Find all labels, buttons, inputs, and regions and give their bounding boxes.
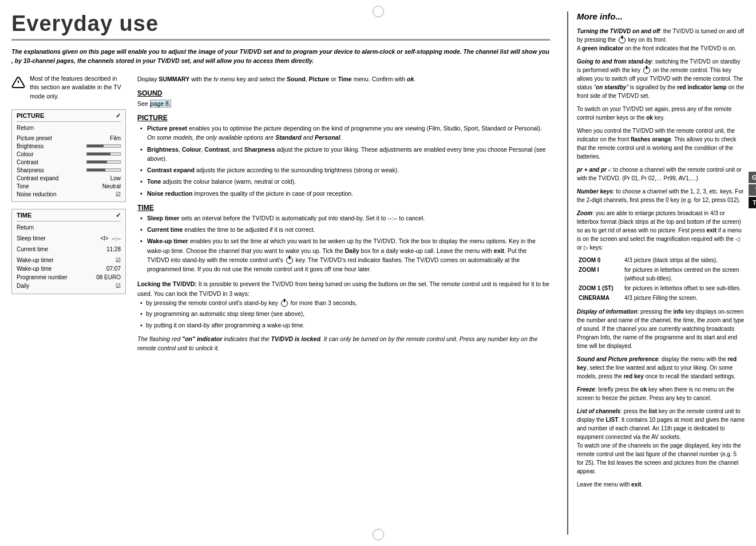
time-row-daily: Daily ☑ xyxy=(17,283,121,289)
contrast-slider xyxy=(86,160,121,164)
sharpness-slider xyxy=(86,168,121,172)
time-menu-box: TIME ✓ Return Sleep timer <l> --:-- xyxy=(11,209,126,294)
bullet-noise: Noise reduction improves the quality of … xyxy=(140,189,550,198)
time-bullets: Sleep timer sets an interval before the … xyxy=(137,213,550,274)
nav-badges: GB 7 TV xyxy=(749,172,756,208)
display-summary: Display SUMMARY with the tv menu key and… xyxy=(137,74,550,84)
picture-row-contrast-expand: Contrast expand Low xyxy=(17,175,121,181)
bullet-current-time: Current time enables the time to be adju… xyxy=(140,225,550,234)
picture-row-contrast: Contrast xyxy=(17,159,121,165)
warning-icon xyxy=(11,76,25,89)
time-row-return: Return xyxy=(17,224,121,231)
picture-row-noise: Noise reduction ☑ xyxy=(17,191,121,197)
locking-intro: Locking the TV/DVD: It is possible to pr… xyxy=(137,279,550,298)
brightness-slider xyxy=(86,144,121,148)
sidebar-indicator: When you control the TV/DVD with the rem… xyxy=(577,126,745,161)
bullet-picture-preset: Picture preset enables you to optimise t… xyxy=(140,124,550,143)
picture-row-sharpness: Sharpness xyxy=(17,167,121,173)
sidebar-sound-picture: Sound and Picture preference: display th… xyxy=(577,355,745,381)
picture-menu-box: PICTURE ✓ Return Picture preset Film xyxy=(11,109,126,202)
brightness-label: Brightness xyxy=(17,143,43,149)
sidebar-number-keys: Number keys: to choose a channel with th… xyxy=(577,187,745,204)
nav-badge-7: 7 xyxy=(749,184,756,196)
sidebar-pr-keys: pr + and pr -: to choose a channel with … xyxy=(577,165,745,183)
locking-section: Locking the TV/DVD: It is possible to pr… xyxy=(137,279,550,329)
left-column: Most of the features described in this s… xyxy=(11,74,126,353)
bullet-tone: Tone adjusts the colour balance (warm, n… xyxy=(140,177,550,186)
locking-bullets: by pressing the remote control unit's st… xyxy=(137,298,550,330)
sharpness-label: Sharpness xyxy=(17,167,44,173)
zoom-table: ZOOM 0 4/3 picture (black strips at the … xyxy=(577,255,745,303)
picture-box-title: PICTURE ✓ xyxy=(17,112,121,122)
sidebar-freeze: Freeze: briefly press the ok key when th… xyxy=(577,385,745,402)
time-heading: TIME xyxy=(137,204,550,212)
picture-bullets: Picture preset enables you to optimise t… xyxy=(137,124,550,198)
time-row-wakeup-time: Wake-up time 07:07 xyxy=(17,266,121,272)
sidebar-switch-on-again: To switch on your TV/DVD set again, pres… xyxy=(577,105,745,122)
sidebar-leave-menu: Leave the menu with exit. xyxy=(577,480,745,489)
picture-row-return: Return xyxy=(17,125,121,131)
sidebar-zoom: Zoom: you are able to enlarge pictures b… xyxy=(577,209,745,303)
picture-row-brightness: Brightness xyxy=(17,143,121,149)
picture-row-preset: Picture preset Film xyxy=(17,135,121,141)
page-ref[interactable]: page 8. xyxy=(150,100,171,108)
bullet-contrast-expand: Contrast expand adjusts the picture acco… xyxy=(140,165,550,175)
bullet-wakeup-timer: Wake-up timer enables you to set the tim… xyxy=(140,236,550,274)
sidebar-display-info: Display of information: pressing the inf… xyxy=(577,307,745,350)
time-row-sleep: Sleep timer <l> --:-- xyxy=(17,235,121,242)
time-box-title: TIME ✓ xyxy=(17,212,121,221)
flashing-indicator-text: The flashing red "on" indicator indicate… xyxy=(137,334,550,353)
intro-paragraph: The explanations given on this page will… xyxy=(11,48,550,66)
main-content: Everyday use The explanations given on t… xyxy=(11,11,556,535)
picture-heading: PICTURE xyxy=(137,114,550,122)
picture-row-tone: Tone Neutral xyxy=(17,183,121,189)
sound-text: See page 8. xyxy=(137,99,550,108)
right-sidebar: More info... Turning the TV/DVD on and o… xyxy=(567,11,745,535)
zoom-row-1: ZOOM I for pictures in letterbox centred… xyxy=(577,265,745,283)
bullet-sleep-timer: Sleep timer sets an interval before the … xyxy=(140,213,550,223)
sidebar-title: More info... xyxy=(577,11,745,21)
right-column: Display SUMMARY with the tv menu key and… xyxy=(137,74,550,353)
time-row-current: Current time 11:28 xyxy=(17,246,121,252)
sidebar-list-channels: List of channels: press the list key on … xyxy=(577,407,745,476)
sidebar-turning-on-off: Turning the TV/DVD on and off: the TV/DV… xyxy=(577,27,745,53)
time-row-programme: Programme number 08 EURO xyxy=(17,274,121,280)
locking-bullet-3: by putting it on stand-by after programm… xyxy=(146,321,550,330)
nav-badge-gb: GB xyxy=(749,172,756,183)
zoom-row-cinerama: CINERAMA 4/3 picture Filling the screen. xyxy=(577,293,745,303)
nav-badge-tv: TV xyxy=(749,197,756,208)
sound-heading: SOUND xyxy=(137,89,550,97)
colour-slider xyxy=(86,152,121,156)
picture-row-colour: Colour xyxy=(17,151,121,157)
zoom-row-1st: ZOOM 1 (ST) for pictures in letterbox of… xyxy=(577,283,745,293)
bullet-brightness: Brightness, Colour, Contrast, and Sharpn… xyxy=(140,145,550,164)
sidebar-inner: More info... Turning the TV/DVD on and o… xyxy=(577,11,745,489)
locking-bullet-1: by pressing the remote control unit's st… xyxy=(146,298,550,307)
locking-bullet-2: by programming an automatic stop sleep t… xyxy=(146,309,550,318)
page-title: Everyday use xyxy=(11,11,550,41)
time-row-wakeup-timer: Wake-up timer ☑ xyxy=(17,257,121,263)
warning-box: Most of the features described in this s… xyxy=(11,74,126,101)
sidebar-standby: Going to and from stand-by: switching th… xyxy=(577,57,745,100)
zoom-row-0: ZOOM 0 4/3 picture (black strips at the … xyxy=(577,255,745,265)
warning-text: Most of the features described in this s… xyxy=(30,74,126,101)
